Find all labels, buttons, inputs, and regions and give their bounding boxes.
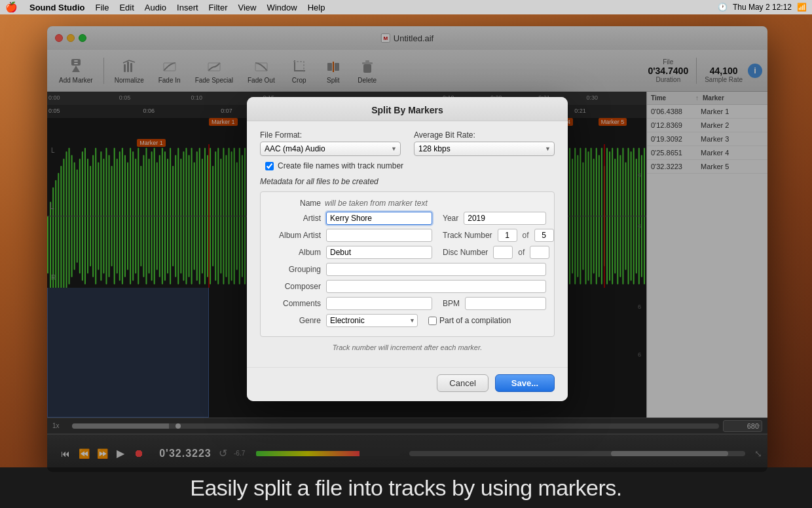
track-number-input[interactable] [498, 229, 517, 242]
create-filenames-label[interactable]: Create file names with track number [278, 161, 403, 170]
file-format-select[interactable]: AAC (m4a) Audio [260, 142, 401, 156]
comments-input[interactable] [326, 297, 432, 310]
menu-filter[interactable]: Filter [204, 3, 233, 12]
menu-edit[interactable]: Edit [114, 3, 139, 12]
year-input[interactable] [464, 212, 546, 225]
comments-label: Comments [268, 299, 321, 308]
format-select-wrapper: AAC (m4a) Audio ▼ [260, 142, 401, 156]
disc-number-label: Disc Number [443, 248, 488, 257]
caption-bar: Easily split a file into tracks by using… [0, 467, 812, 508]
grouping-label: Grouping [268, 265, 321, 274]
split-by-markers-dialog: Split By Markers File Format: AAC (m4a) … [247, 97, 568, 401]
menu-view[interactable]: View [233, 3, 262, 12]
menubar: 🍎 Sound Studio File Edit Audio Insert Fi… [0, 0, 812, 14]
album-artist-label: Album Artist [268, 231, 321, 240]
apple-menu[interactable]: 🍎 [5, 1, 18, 13]
dialog-body: File Format: AAC (m4a) Audio ▼ Average B… [247, 121, 568, 367]
grouping-input[interactable] [326, 263, 546, 276]
name-label: Name [268, 199, 321, 208]
bitrate-group: Average Bit Rate: 128 kbps ▼ [414, 130, 555, 156]
format-group: File Format: AAC (m4a) Audio ▼ [260, 130, 401, 156]
composer-row: Composer [268, 280, 546, 293]
genre-label: Genre [268, 316, 321, 325]
create-filenames-checkbox[interactable] [265, 162, 274, 170]
clock-icon: 🕐 [718, 3, 728, 12]
save-button[interactable]: Save... [495, 374, 555, 392]
menubar-right: 🕐 Thu May 2 12:12 📶 [718, 3, 807, 12]
cancel-button[interactable]: Cancel [437, 374, 488, 392]
genre-select[interactable]: Electronic [326, 314, 418, 327]
wifi-icon: 📶 [797, 3, 807, 12]
disc-number-input[interactable] [493, 246, 513, 259]
track-total-input[interactable] [534, 229, 554, 242]
dialog-title: Split By Markers [247, 97, 568, 121]
bpm-label: BPM [443, 299, 460, 308]
desktop: M Untitled.aif Add Marker [0, 14, 812, 508]
create-filenames-row: Create file names with track number [260, 161, 555, 170]
year-label: Year [443, 214, 458, 223]
menu-file[interactable]: File [90, 3, 114, 12]
disc-total-input[interactable] [530, 246, 549, 259]
app-window: M Untitled.aif Add Marker [47, 26, 767, 472]
composer-input[interactable] [326, 280, 546, 293]
artist-year-row: Artist Year [268, 212, 546, 225]
dialog-footer: Cancel Save... [247, 367, 568, 401]
date-time: Thu May 2 12:12 [733, 3, 792, 12]
menu-window[interactable]: Window [261, 3, 302, 12]
track-number-of: of [523, 231, 529, 240]
bpm-input[interactable] [465, 297, 546, 310]
modal-overlay: Split By Markers File Format: AAC (m4a) … [47, 26, 767, 472]
caption-text: Easily split a file into tracks by using… [190, 475, 622, 501]
grouping-row: Grouping [268, 263, 546, 276]
artist-input[interactable] [326, 212, 432, 225]
dialog-title-text: Split By Markers [371, 105, 443, 115]
album-row: Album Disc Number of [268, 246, 546, 259]
disc-of-label: of [518, 248, 525, 257]
compilation-label[interactable]: Part of a compilation [439, 316, 511, 325]
avg-bitrate-select[interactable]: 128 kbps [414, 142, 555, 156]
metadata-section-label: Metadata for all files to be created [260, 177, 555, 186]
menu-audio[interactable]: Audio [139, 3, 172, 12]
track-number-label: Track Number [443, 231, 492, 240]
comments-bpm-row: Comments BPM [268, 297, 546, 310]
album-artist-input[interactable] [326, 229, 432, 242]
avg-bitrate-label: Average Bit Rate: [414, 130, 555, 140]
track-note: Track number will increment after each m… [260, 343, 555, 351]
album-input[interactable] [326, 246, 432, 259]
file-format-label: File Format: [260, 130, 401, 140]
album-artist-row: Album Artist Track Number of [268, 229, 546, 242]
name-note: will be taken from marker text [325, 199, 546, 208]
app-name[interactable]: Sound Studio [24, 3, 90, 12]
menu-help[interactable]: Help [303, 3, 331, 12]
name-row: Name will be taken from marker text [268, 199, 546, 208]
composer-label: Composer [268, 282, 321, 291]
metadata-section: Name will be taken from marker text Arti… [260, 191, 555, 337]
genre-row: Genre Electronic ▼ Part of a compilation [268, 314, 546, 327]
menu-insert[interactable]: Insert [172, 3, 204, 12]
format-bitrate-row: File Format: AAC (m4a) Audio ▼ Average B… [260, 130, 555, 156]
compilation-group: Part of a compilation [428, 316, 511, 325]
compilation-checkbox[interactable] [428, 317, 437, 325]
genre-select-wrapper: Electronic ▼ [326, 314, 418, 327]
bitrate-select-wrapper: 128 kbps ▼ [414, 142, 555, 156]
artist-label: Artist [268, 214, 321, 223]
album-label: Album [268, 248, 321, 257]
